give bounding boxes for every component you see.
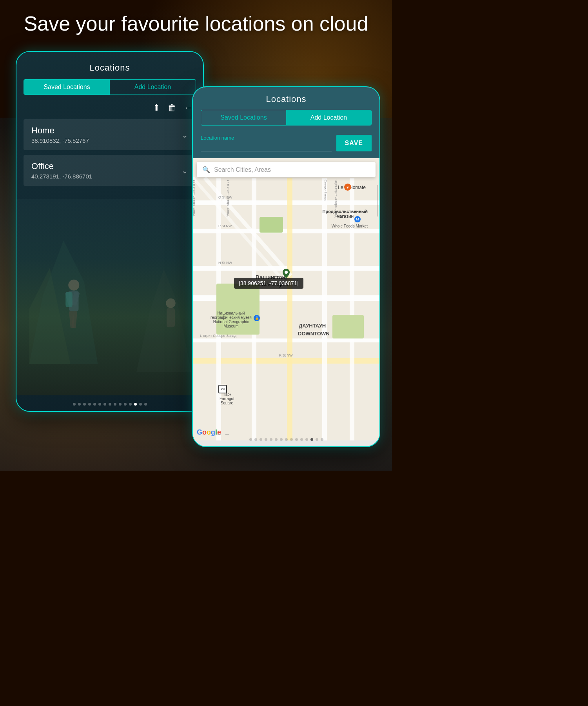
location-coords-home: 38.910832, -75.52767: [31, 137, 89, 144]
svg-rect-8: [65, 292, 73, 307]
save-button[interactable]: SAVE: [336, 135, 372, 151]
dot-2: [83, 403, 86, 406]
dot-3: [88, 403, 91, 406]
page-headline: Save your favourite locations on cloud: [0, 12, 392, 35]
arrow-left[interactable]: ←: [216, 431, 222, 437]
park-label: ПаркFarragutSquare: [220, 392, 234, 405]
rdot-0: [249, 438, 252, 441]
search-icon: 🔍: [202, 166, 210, 173]
road-v3: [287, 178, 292, 440]
dot-6: [103, 403, 106, 406]
location-input-label: Location name: [201, 135, 332, 141]
scenery-fill: [16, 199, 203, 395]
rdot-8: [290, 438, 293, 441]
green-block-2: [260, 217, 283, 233]
museum-poi: 🔒: [254, 315, 260, 321]
chevron-office: ⌄: [181, 166, 188, 175]
store-poi: M: [354, 216, 361, 222]
svg-point-10: [166, 298, 176, 308]
coordinate-bubble: [38.906251, -77.036871]: [234, 278, 303, 289]
share-icon[interactable]: ←: [184, 103, 193, 113]
road-label-q: Q St NW: [218, 195, 232, 199]
dot-4: [93, 403, 96, 406]
svg-point-15: [285, 271, 288, 274]
dot-5: [98, 403, 101, 406]
right-phone-header: Locations Saved Locations Add Location: [193, 87, 379, 130]
le-diplomate-label: Le Diplomate: [338, 185, 366, 190]
road-label-k: K St NW: [279, 353, 293, 357]
svg-marker-9: [136, 269, 191, 372]
location-name-office: Office: [31, 161, 92, 171]
rdot-7: [285, 438, 288, 441]
location-name-input[interactable]: [201, 142, 332, 151]
road-label-n: N St NW: [218, 261, 232, 265]
phone-right: Locations Saved Locations Add Location L…: [192, 86, 380, 447]
whole-foods-label: Whole Foods Market: [332, 224, 368, 228]
dot-0: [73, 403, 76, 406]
rdot-13: [316, 438, 318, 441]
left-phone-dots: [16, 403, 203, 406]
dot-9: [119, 403, 122, 406]
map-search-bar[interactable]: 🔍 Search Cities, Areas: [197, 162, 376, 177]
vertical-label-3: Северо-Запад: [324, 180, 327, 200]
map-container: 🔍 Search Cities, Areas: [193, 158, 379, 440]
rdot-2: [260, 438, 262, 441]
rdot-10: [300, 438, 303, 441]
location-item-office[interactable]: Office 40.273191, -76.886701 ⌄: [24, 155, 196, 186]
hiker-silhouette: [24, 227, 103, 364]
location-input-wrap: Location name: [201, 135, 332, 151]
map-nav-arrows: ← →: [216, 431, 230, 437]
svg-point-2: [68, 280, 79, 291]
road-label-l: L-стрит Северо-Запад: [200, 334, 236, 338]
left-phone-title: Locations: [24, 63, 196, 73]
rdot-1: [254, 438, 257, 441]
tab-saved-right[interactable]: Saved Locations: [201, 110, 286, 125]
right-phone-dots: [193, 438, 379, 441]
dot-14: [144, 403, 147, 406]
tab-add-right[interactable]: Add Location: [286, 110, 371, 125]
location-item-home[interactable]: Home 38.910832, -75.52767 ⌄: [24, 119, 196, 150]
toolbar: ⬆ 🗑 ←: [24, 103, 196, 113]
restaurant-poi: ♥: [344, 184, 351, 191]
downtown-ru-label: ДАУНТАУН: [299, 323, 326, 329]
dot-10: [124, 403, 127, 406]
rdot-9: [295, 438, 298, 441]
scroll-indicator: [377, 185, 378, 217]
dot-1: [78, 403, 81, 406]
tab-add-left[interactable]: Add Location: [110, 80, 196, 95]
location-name-home: Home: [31, 126, 89, 136]
arrow-right[interactable]: →: [224, 431, 230, 437]
chevron-home: ⌄: [181, 130, 188, 140]
route-29-shield: 29: [218, 385, 227, 393]
vertical-label-1: 18-я стрит Северо-Запад: [193, 180, 196, 217]
rdot-11: [305, 438, 308, 441]
green-block-3: [332, 315, 364, 338]
location-pin: [281, 268, 291, 277]
dot-12-active: [134, 403, 137, 406]
vertical-label-2: 17-я стрит Северо-Запад: [227, 180, 230, 217]
phone-left: Locations Saved Locations Add Location ⬆…: [16, 51, 204, 412]
tab-saved-left[interactable]: Saved Locations: [24, 80, 110, 95]
dot-11: [129, 403, 132, 406]
nat-geo-label: Национальныйгеографический музейNational…: [211, 311, 252, 328]
rdot-3: [265, 438, 267, 441]
rdot-14: [321, 438, 323, 441]
location-coords-office: 40.273191, -76.886701: [31, 173, 92, 180]
right-tabs-row: Saved Locations Add Location: [201, 110, 372, 126]
rdot-5: [275, 438, 278, 441]
map-background: Q St NW P St NW N St NW K St NW L-стрит …: [193, 158, 379, 440]
road-label-p: P St NW: [218, 224, 232, 228]
delete-icon[interactable]: 🗑: [168, 103, 176, 113]
dot-7: [109, 403, 111, 406]
left-tabs-row: Saved Locations Add Location: [24, 79, 196, 95]
rdot-6: [280, 438, 283, 441]
dot-13: [139, 403, 142, 406]
rdot-12-active: [310, 438, 313, 441]
продовольственный-label: Продовольственныймагазин: [323, 209, 368, 218]
hiker2-silhouette: [132, 262, 195, 372]
location-input-row: Location name SAVE: [193, 130, 379, 158]
search-placeholder: Search Cities, Areas: [214, 166, 271, 173]
right-phone-title: Locations: [201, 94, 372, 104]
upload-icon[interactable]: ⬆: [153, 103, 160, 113]
svg-rect-11: [167, 308, 175, 327]
